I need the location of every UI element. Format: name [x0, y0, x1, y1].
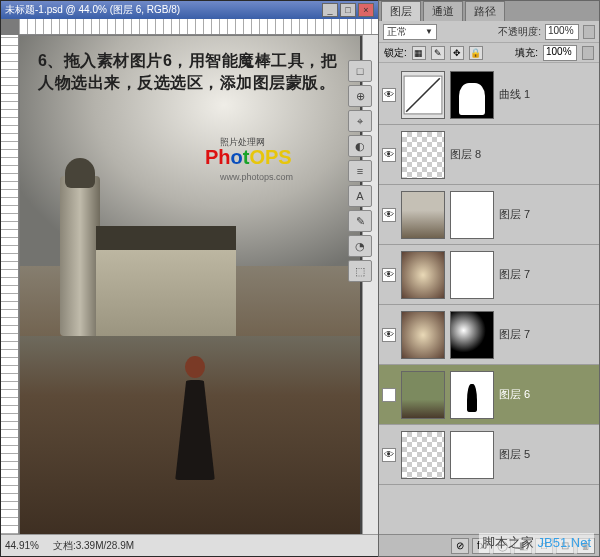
layer-row[interactable]: 👁图层 7	[379, 185, 599, 245]
tool-button-8[interactable]: ⬚	[348, 260, 372, 282]
blend-mode-select[interactable]: 正常▼	[383, 24, 437, 40]
layer-thumbnail[interactable]	[401, 131, 445, 179]
fill-slider-icon[interactable]	[582, 46, 594, 60]
tool-button-4[interactable]: ≡	[348, 160, 372, 182]
ruler-horizontal[interactable]	[19, 19, 378, 35]
tool-button-3[interactable]: ◐	[348, 135, 372, 157]
visibility-eye-icon[interactable]: 👁	[382, 328, 396, 342]
tab-paths[interactable]: 路径	[465, 1, 505, 21]
layer-name[interactable]: 图层 6	[499, 387, 530, 402]
layer-mask-thumbnail[interactable]	[450, 431, 494, 479]
fill-input[interactable]: 100%	[543, 45, 577, 61]
visibility-eye-icon[interactable]: 👁	[382, 268, 396, 282]
visibility-eye-icon[interactable]: 👁	[382, 208, 396, 222]
figure-illust	[170, 356, 220, 486]
titlebar[interactable]: 未标题-1.psd @ 44.0% (图层 6, RGB/8) _ □ ×	[1, 1, 378, 19]
layer-row[interactable]: 👁曲线 1	[379, 65, 599, 125]
tool-button-7[interactable]: ◔	[348, 235, 372, 257]
logo-url: www.photops.com	[220, 172, 293, 182]
visibility-eye-icon[interactable]: 👁	[382, 448, 396, 462]
lock-position-icon[interactable]: ✥	[450, 46, 464, 60]
layers-panel: 图层 通道 路径 正常▼ 不透明度: 100% 锁定: ▦ ✎ ✥ 🔒 填充: …	[378, 0, 600, 557]
doc-size: 文档:3.39M/28.9M	[53, 539, 134, 553]
layer-name[interactable]: 图层 7	[499, 267, 530, 282]
lock-pixels-icon[interactable]: ✎	[431, 46, 445, 60]
layer-thumbnail[interactable]	[401, 251, 445, 299]
minimize-button[interactable]: _	[322, 3, 338, 17]
visibility-eye-icon[interactable]: 👁	[382, 388, 396, 402]
layer-thumbnail[interactable]	[401, 371, 445, 419]
layer-name[interactable]: 曲线 1	[499, 87, 530, 102]
zoom-readout[interactable]: 44.91%	[5, 540, 39, 551]
visibility-eye-icon[interactable]: 👁	[382, 88, 396, 102]
ruler-vertical[interactable]	[1, 35, 19, 534]
layer-thumbnail[interactable]	[401, 311, 445, 359]
panel-action-0[interactable]: ⊘	[451, 538, 469, 554]
close-button[interactable]: ×	[358, 3, 374, 17]
layer-thumbnail[interactable]	[401, 71, 445, 119]
layer-mask-thumbnail[interactable]	[450, 71, 494, 119]
layer-name[interactable]: 图层 7	[499, 207, 530, 222]
tool-button-0[interactable]: □	[348, 60, 372, 82]
lock-row: 锁定: ▦ ✎ ✥ 🔒 填充: 100%	[379, 43, 599, 63]
layer-thumbnail[interactable]	[401, 191, 445, 239]
status-bar: 44.91% 文档:3.39M/28.9M	[1, 534, 378, 556]
chevron-down-icon: ▼	[425, 27, 433, 36]
opacity-label: 不透明度:	[498, 25, 541, 39]
photops-logo: PhotOPS	[205, 146, 292, 169]
tab-channels[interactable]: 通道	[423, 1, 463, 21]
window-title: 未标题-1.psd @ 44.0% (图层 6, RGB/8)	[5, 3, 320, 17]
artwork: 6、拖入素材图片6，用智能魔棒工具，把人物选出来，反选选区，添加图层蒙版。 照片…	[20, 36, 360, 531]
blend-row: 正常▼ 不透明度: 100%	[379, 21, 599, 43]
opacity-input[interactable]: 100%	[545, 24, 579, 40]
layer-mask-thumbnail[interactable]	[450, 311, 494, 359]
layer-name[interactable]: 图层 5	[499, 447, 530, 462]
tool-button-6[interactable]: ✎	[348, 210, 372, 232]
fill-label: 填充:	[515, 46, 538, 60]
visibility-eye-icon[interactable]: 👁	[382, 148, 396, 162]
tool-button-5[interactable]: A	[348, 185, 372, 207]
watermark: 脚本之家 JB51.Net	[479, 533, 594, 553]
tutorial-text: 6、拖入素材图片6，用智能魔棒工具，把人物选出来，反选选区，添加图层蒙版。	[38, 50, 346, 94]
canvas-area[interactable]: 6、拖入素材图片6，用智能魔棒工具，把人物选出来，反选选区，添加图层蒙版。 照片…	[20, 36, 362, 534]
layer-row[interactable]: 👁图层 5	[379, 425, 599, 485]
layer-mask-thumbnail[interactable]	[450, 371, 494, 419]
right-tool-strip: □⊕⌖◐≡A✎◔⬚	[348, 60, 374, 282]
opacity-slider-icon[interactable]	[583, 25, 595, 39]
panel-tabs: 图层 通道 路径	[379, 1, 599, 21]
maximize-button[interactable]: □	[340, 3, 356, 17]
tool-button-2[interactable]: ⌖	[348, 110, 372, 132]
lock-transparency-icon[interactable]: ▦	[412, 46, 426, 60]
layer-row[interactable]: 👁图层 8	[379, 125, 599, 185]
layer-mask-thumbnail[interactable]	[450, 251, 494, 299]
layer-list[interactable]: 👁曲线 1👁图层 8👁图层 7👁图层 7👁图层 7👁图层 6👁图层 5	[379, 65, 599, 534]
lock-all-icon[interactable]: 🔒	[469, 46, 483, 60]
layer-mask-thumbnail[interactable]	[450, 191, 494, 239]
tab-layers[interactable]: 图层	[381, 1, 421, 21]
document-window: 未标题-1.psd @ 44.0% (图层 6, RGB/8) _ □ × 6、…	[0, 0, 379, 557]
layer-row[interactable]: 👁图层 7	[379, 245, 599, 305]
layer-row[interactable]: 👁图层 6	[379, 365, 599, 425]
lock-label: 锁定:	[384, 46, 407, 60]
layer-name[interactable]: 图层 8	[450, 147, 481, 162]
layer-name[interactable]: 图层 7	[499, 327, 530, 342]
layer-thumbnail[interactable]	[401, 431, 445, 479]
tool-button-1[interactable]: ⊕	[348, 85, 372, 107]
layer-row[interactable]: 👁图层 7	[379, 305, 599, 365]
